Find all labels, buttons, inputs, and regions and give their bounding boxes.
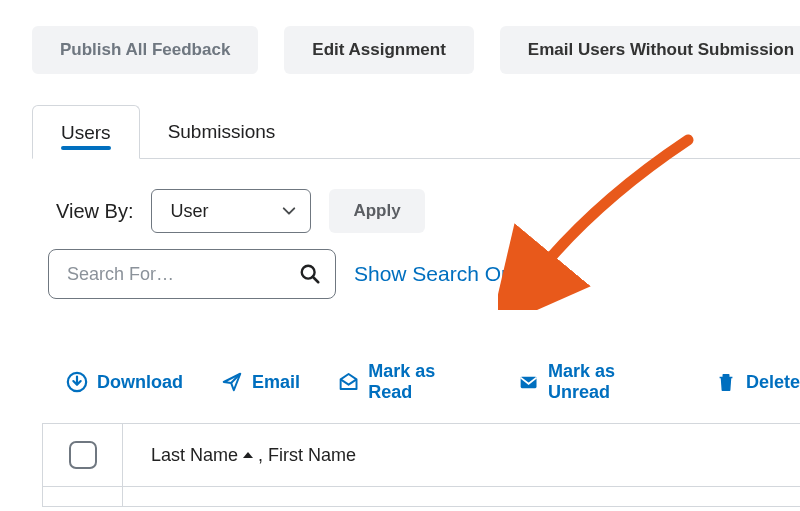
tab-users[interactable]: Users (32, 105, 140, 159)
delete-label: Delete (746, 372, 800, 393)
mark-as-read-button[interactable]: Mark as Read (338, 361, 480, 403)
edit-assignment-button[interactable]: Edit Assignment (284, 26, 474, 74)
mail-icon (518, 371, 539, 393)
paper-plane-icon (221, 371, 243, 393)
column-header-name[interactable]: Last Name , First Name (123, 424, 800, 486)
publish-all-feedback-button[interactable]: Publish All Feedback (32, 26, 258, 74)
view-by-select[interactable]: User (151, 189, 311, 233)
table-row (43, 486, 800, 506)
mark-read-label: Mark as Read (368, 361, 480, 403)
table-header-row: Last Name , First Name (43, 424, 800, 486)
apply-button[interactable]: Apply (329, 189, 424, 233)
sort-asc-icon (242, 449, 254, 461)
top-button-row: Publish All Feedback Edit Assignment Ema… (32, 26, 800, 74)
download-button[interactable]: Download (66, 371, 183, 393)
col-firstname-label: , First Name (258, 445, 356, 466)
download-icon (66, 371, 88, 393)
search-box[interactable] (48, 249, 336, 299)
select-all-cell (43, 424, 123, 486)
email-label: Email (252, 372, 300, 393)
search-icon[interactable] (299, 263, 321, 285)
mark-unread-label: Mark as Unread (548, 361, 677, 403)
delete-button[interactable]: Delete (715, 371, 800, 393)
show-search-options-link[interactable]: Show Search Options (354, 262, 557, 286)
mark-as-unread-button[interactable]: Mark as Unread (518, 361, 677, 403)
bulk-action-toolbar: Download Email Mark as Read Mark as Unre… (66, 361, 800, 403)
select-all-checkbox[interactable] (69, 441, 97, 469)
trash-icon (715, 371, 737, 393)
mail-open-icon (338, 371, 359, 393)
view-by-label: View By: (56, 200, 133, 223)
view-by-selected-value: User (170, 201, 208, 222)
tab-submissions[interactable]: Submissions (140, 105, 304, 158)
submissions-table: Last Name , First Name (42, 423, 800, 507)
tab-bar: Users Submissions (32, 105, 800, 159)
email-users-without-submission-button[interactable]: Email Users Without Submission (500, 26, 800, 74)
col-lastname-label: Last Name (151, 445, 238, 466)
view-by-row: View By: User Apply (56, 189, 800, 233)
download-label: Download (97, 372, 183, 393)
search-row: Show Search Options (48, 249, 800, 299)
email-button[interactable]: Email (221, 371, 300, 393)
search-input[interactable] (67, 264, 277, 285)
svg-line-1 (313, 277, 319, 283)
chevron-down-icon (282, 204, 296, 218)
